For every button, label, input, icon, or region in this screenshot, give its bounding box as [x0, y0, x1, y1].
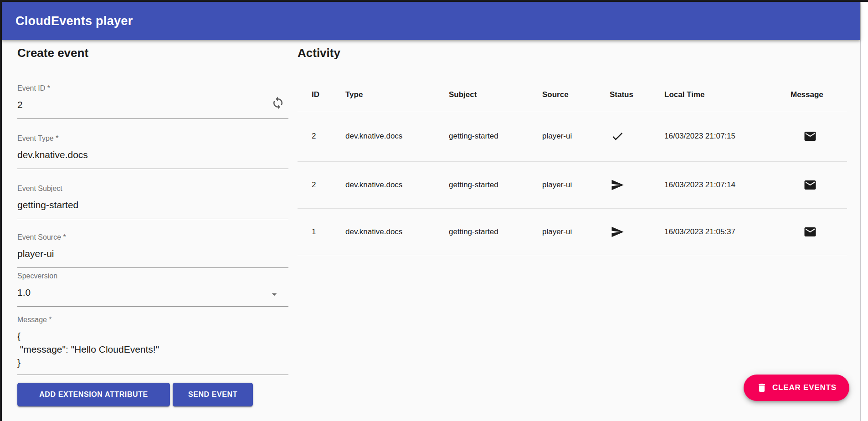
- cell-subject: getting-started: [449, 180, 542, 190]
- cell-source: player-ui: [542, 227, 610, 236]
- cell-type: dev.knative.docs: [345, 180, 449, 190]
- cell-local-time: 16/03/2023 21:07:14: [664, 180, 791, 190]
- field-label: Event ID *: [17, 84, 50, 92]
- check-icon: [610, 129, 664, 143]
- col-header-local-time: Local Time: [664, 90, 791, 99]
- table-row: 1 dev.knative.docs getting-started playe…: [298, 209, 847, 255]
- table-header-row: ID Type Subject Source Status Local Time…: [298, 78, 847, 111]
- cell-source: player-ui: [542, 180, 610, 190]
- event-type-input[interactable]: dev.knative.docs: [17, 148, 88, 161]
- col-header-id: ID: [312, 90, 345, 99]
- field-underline: [17, 267, 288, 268]
- field-event-id: Event ID * 2: [17, 84, 288, 121]
- create-event-title: Create event: [17, 46, 88, 60]
- field-underline: [17, 219, 288, 219]
- field-underline: [17, 118, 288, 119]
- clear-events-label: CLEAR EVENTS: [772, 383, 837, 392]
- col-header-source: Source: [542, 90, 610, 99]
- cell-type: dev.knative.docs: [345, 132, 449, 141]
- activity-title: Activity: [298, 46, 340, 60]
- add-extension-attribute-button[interactable]: ADD EXTENSION ATTRIBUTE: [17, 383, 170, 406]
- event-subject-input[interactable]: getting-started: [17, 198, 78, 211]
- page-content: Create event Event ID * 2 Event Type * d…: [2, 2, 860, 421]
- specversion-select[interactable]: 1.0: [17, 286, 31, 299]
- col-header-status: Status: [610, 90, 664, 99]
- delete-icon: [756, 382, 767, 393]
- field-message: Message * { "message": "Hello CloudEvent…: [17, 316, 288, 377]
- cell-local-time: 16/03/2023 21:05:37: [664, 227, 791, 236]
- cell-local-time: 16/03/2023 21:07:15: [664, 132, 791, 141]
- field-label: Message *: [17, 316, 52, 324]
- vertical-scrollbar[interactable]: [860, 2, 868, 421]
- sync-icon[interactable]: [271, 96, 285, 110]
- field-specversion: Specversion 1.0: [17, 272, 288, 308]
- col-header-message: Message: [791, 90, 847, 99]
- clear-events-button[interactable]: CLEAR EVENTS: [744, 375, 849, 401]
- send-icon: [610, 225, 664, 239]
- field-label: Event Type *: [17, 134, 58, 143]
- cell-subject: getting-started: [449, 227, 542, 236]
- field-label: Event Subject: [17, 185, 62, 193]
- email-icon[interactable]: [791, 129, 847, 143]
- cell-id: 2: [312, 180, 345, 190]
- arrow-drop-down-icon[interactable]: [268, 288, 280, 300]
- event-source-input[interactable]: player-ui: [17, 247, 54, 260]
- email-icon[interactable]: [791, 178, 847, 192]
- field-event-subject: Event Subject getting-started: [17, 185, 288, 221]
- message-textarea[interactable]: { "message": "Hello CloudEvents!" }: [17, 329, 159, 369]
- send-icon: [610, 178, 664, 192]
- col-header-subject: Subject: [449, 90, 542, 99]
- cell-type: dev.knative.docs: [345, 227, 449, 236]
- cell-id: 2: [312, 132, 345, 141]
- cell-subject: getting-started: [449, 132, 542, 141]
- cell-id: 1: [312, 227, 345, 236]
- field-underline: [17, 375, 288, 375]
- cell-source: player-ui: [542, 132, 610, 141]
- field-event-source: Event Source * player-ui: [17, 233, 288, 270]
- col-header-type: Type: [345, 90, 449, 99]
- activity-table: ID Type Subject Source Status Local Time…: [298, 78, 847, 255]
- table-row: 2 dev.knative.docs getting-started playe…: [298, 111, 847, 162]
- field-event-type: Event Type * dev.knative.docs: [17, 134, 288, 171]
- field-underline: [17, 169, 288, 169]
- field-label: Event Source *: [17, 233, 66, 241]
- field-label: Specversion: [17, 272, 57, 280]
- field-underline: [17, 306, 288, 307]
- send-event-button[interactable]: SEND EVENT: [173, 383, 253, 406]
- event-id-input[interactable]: 2: [17, 98, 23, 111]
- table-row: 2 dev.knative.docs getting-started playe…: [298, 162, 847, 209]
- form-buttons: ADD EXTENSION ATTRIBUTE SEND EVENT: [17, 383, 253, 406]
- email-icon[interactable]: [791, 225, 847, 239]
